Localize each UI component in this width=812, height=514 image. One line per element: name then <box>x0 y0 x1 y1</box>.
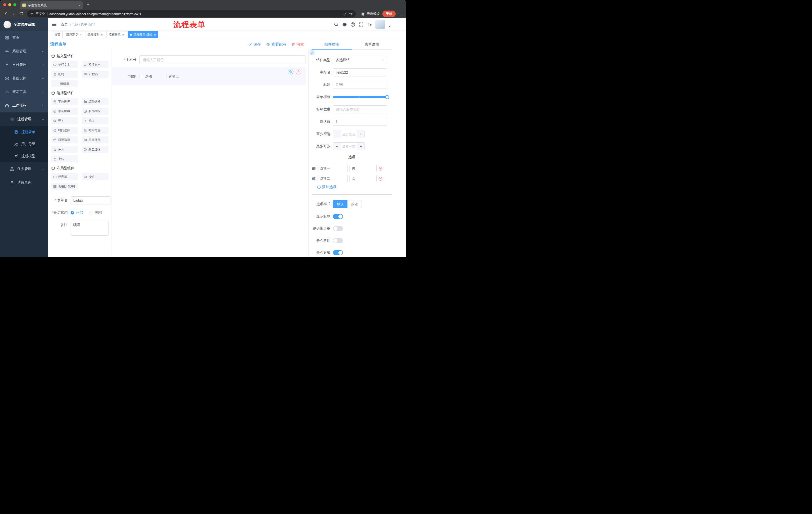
option-label-input[interactable] <box>318 165 348 172</box>
url-text[interactable]: dashboard.yudao.iocoder.cn/bpm/manager/f… <box>50 12 342 16</box>
sidebar-logo[interactable]: 芋道管理系统 <box>0 18 48 31</box>
gender-field-block-selected[interactable]: *性别 选项一 选项二 <box>112 67 306 85</box>
tag-process-definition[interactable]: 流程定义 × <box>64 31 84 38</box>
show-label-switch[interactable] <box>333 214 343 219</box>
palette-item-time-range[interactable]: 时间范围 <box>82 127 109 134</box>
tab-close-icon[interactable]: × <box>79 3 81 7</box>
sidebar-item-process-management[interactable]: 流程管理 <box>0 112 48 126</box>
label-width-input[interactable] <box>333 105 387 113</box>
default-value-input[interactable] <box>333 118 387 126</box>
sidebar-item-user-groups[interactable]: 用户分组 <box>0 138 48 150</box>
remove-option-icon[interactable] <box>378 177 383 181</box>
tag-close-icon[interactable]: × <box>80 33 82 36</box>
palette-item-date-range[interactable]: 日期范围 <box>82 136 109 143</box>
border-switch[interactable] <box>333 226 343 231</box>
tag-close-icon[interactable]: × <box>122 33 124 36</box>
palette-item-slider[interactable]: 滑块 <box>82 117 109 124</box>
address-bar[interactable]: 不安全 dashboard.yudao.iocoder.cn/bpm/manag… <box>27 10 356 17</box>
slider-track[interactable] <box>333 96 387 98</box>
back-button[interactable] <box>2 10 9 17</box>
palette-item-single-line-text[interactable]: 单行文本 <box>51 61 78 68</box>
security-label[interactable]: 不安全 <box>36 12 45 16</box>
sidebar-item-payment[interactable]: ¥ 支付管理 <box>0 58 48 72</box>
copy-component-button[interactable] <box>288 69 293 75</box>
tag-process-form-edit[interactable]: 流程表单-编辑 × <box>127 31 158 38</box>
disabled-switch[interactable] <box>333 238 343 243</box>
save-button[interactable]: 保存 <box>248 42 261 47</box>
checkbox[interactable] <box>140 75 143 78</box>
password-key-icon[interactable] <box>343 12 347 16</box>
max-select-input[interactable] <box>341 142 357 150</box>
forward-button[interactable] <box>10 10 17 17</box>
sidebar-item-process-form[interactable]: 流程表单 <box>0 126 48 138</box>
increase-button[interactable]: + <box>357 142 364 150</box>
option-value-input[interactable] <box>349 175 377 182</box>
sidebar-item-home[interactable]: 首页 <box>0 31 48 45</box>
window-minimize-button[interactable] <box>8 3 11 6</box>
palette-item-editor[interactable]: 编辑器 <box>51 80 78 87</box>
phone-field-row[interactable]: *手机号 <box>112 55 306 64</box>
new-tab-button[interactable]: + <box>83 2 89 9</box>
link-badge-button[interactable] <box>310 50 315 55</box>
remove-option-icon[interactable] <box>378 166 383 171</box>
window-close-button[interactable] <box>3 3 6 6</box>
slider-handle[interactable] <box>385 95 389 99</box>
decrease-button[interactable]: − <box>333 142 341 150</box>
palette-item-time-picker[interactable]: 时间选择 <box>51 127 78 134</box>
grid-slider[interactable] <box>333 93 387 101</box>
hamburger-icon[interactable] <box>48 22 59 27</box>
caret-down-icon[interactable] <box>388 26 391 27</box>
phone-input[interactable] <box>140 55 306 64</box>
drag-handle-icon[interactable] <box>312 177 316 181</box>
sidebar-item-workflow[interactable]: 工作流程 <box>0 99 48 112</box>
title-input[interactable] <box>333 81 387 89</box>
palette-item-upload[interactable]: 上传 <box>51 155 78 162</box>
tag-process-form[interactable]: 流程表单 × <box>106 31 126 38</box>
tag-close-icon[interactable]: × <box>154 33 156 36</box>
form-remark-textarea[interactable]: 嘿嘿 <box>70 221 109 236</box>
palette-item-color-picker[interactable]: 颜色选择 <box>82 146 109 153</box>
bookmark-star-icon[interactable] <box>349 12 353 16</box>
browser-tab[interactable]: 芋道管理系统 × <box>20 1 83 9</box>
palette-item-radio-group[interactable]: 单选框组 <box>51 108 78 115</box>
palette-item-switch[interactable]: 开关 <box>51 117 78 124</box>
palette-item-table[interactable]: 表格[开发中] <box>51 183 78 190</box>
option-label-input[interactable] <box>318 175 348 182</box>
palette-item-cascader[interactable]: 级联选择 <box>82 98 109 105</box>
tag-home[interactable]: 首页 <box>52 31 63 38</box>
sidebar-item-leave-query[interactable]: 请假查询 <box>0 176 48 189</box>
style-default-button[interactable]: 默认 <box>333 200 347 208</box>
reload-button[interactable] <box>18 10 25 17</box>
user-avatar[interactable] <box>375 20 385 29</box>
palette-item-checkbox-group[interactable]: 多选框组 <box>82 108 109 115</box>
option-value-input[interactable] <box>349 165 377 172</box>
github-icon[interactable] <box>342 22 347 27</box>
sidebar-item-infrastructure[interactable]: 基础设施 <box>0 72 48 85</box>
view-json-button[interactable]: 查看json <box>266 42 286 47</box>
status-radio-open[interactable]: 开启 <box>70 211 83 215</box>
sidebar-item-devtools[interactable]: 研发工具 <box>0 85 48 99</box>
tab-component-props[interactable]: 组件属性 <box>312 39 352 49</box>
field-name-input[interactable] <box>333 69 387 77</box>
palette-item-select[interactable]: 下拉选择 <box>51 98 78 105</box>
style-button-button[interactable]: 按钮 <box>347 200 362 208</box>
window-zoom-button[interactable] <box>13 3 16 6</box>
tag-process-model[interactable]: 流程模型 × <box>85 31 105 38</box>
drag-handle-icon[interactable] <box>312 166 316 171</box>
status-radio-closed[interactable]: 关闭 <box>89 211 102 215</box>
decrease-button[interactable]: − <box>333 130 341 138</box>
browser-menu-icon[interactable]: ⋮ <box>396 11 404 16</box>
gender-option-1[interactable]: 选项一 <box>140 74 155 79</box>
search-icon[interactable] <box>334 22 339 27</box>
delete-component-button[interactable] <box>296 69 301 75</box>
breadcrumb-home[interactable]: 首页 <box>61 22 68 27</box>
component-type-select[interactable]: 多选框组 <box>333 56 387 64</box>
form-name-input[interactable] <box>70 196 111 205</box>
palette-item-date-picker[interactable]: 日期选择 <box>51 136 78 143</box>
sidebar-item-task-management[interactable]: 任务管理 <box>0 162 48 176</box>
min-select-input[interactable] <box>341 130 357 138</box>
fullscreen-icon[interactable] <box>359 22 364 27</box>
sidebar-item-process-model[interactable]: 流程模型 <box>0 150 48 162</box>
palette-item-counter[interactable]: 123 计数器 <box>82 71 109 78</box>
increase-button[interactable]: + <box>357 130 364 138</box>
